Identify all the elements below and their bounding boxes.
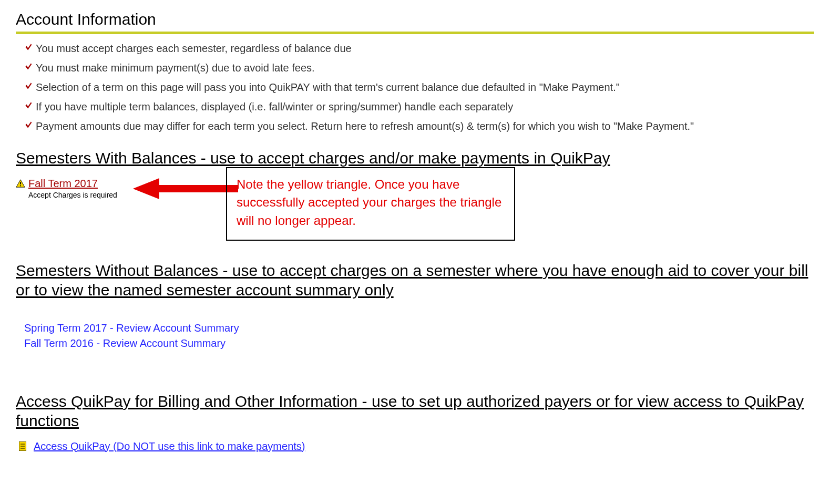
svg-rect-0 — [20, 182, 21, 184]
spring-2017-summary-link[interactable]: Spring Term 2017 - Review Account Summar… — [24, 322, 814, 334]
svg-rect-1 — [20, 186, 21, 187]
term-block: Fall Term 2017 Accept Charges is require… — [16, 178, 117, 199]
page-title: Account Information — [16, 11, 814, 28]
check-icon — [24, 120, 33, 129]
bullet-text: Selection of a term on this page will pa… — [36, 81, 620, 93]
info-bullet-list: You must accept charges each semester, r… — [16, 42, 814, 133]
annotation-note-box: Note the yellow triangle. Once you have … — [226, 167, 515, 241]
bullet-text: Payment amounts due may differ for each … — [36, 120, 694, 132]
arrow-left-icon — [133, 176, 238, 204]
info-bullet: Payment amounts due may differ for each … — [24, 119, 814, 133]
quikpay-row: Access QuikPay (Do NOT use this link to … — [19, 440, 814, 452]
access-quikpay-link[interactable]: Access QuikPay (Do NOT use this link to … — [34, 440, 305, 452]
fall-term-link[interactable]: Fall Term 2017 — [28, 178, 98, 190]
fall-2016-summary-link[interactable]: Fall Term 2016 - Review Account Summary — [24, 337, 814, 349]
section-heading-without-balances: Semesters Without Balances - use to acce… — [16, 261, 814, 300]
info-bullet: Selection of a term on this page will pa… — [24, 80, 814, 95]
history-links: Spring Term 2017 - Review Account Summar… — [24, 322, 814, 349]
bullet-text: If you have multiple term balances, disp… — [36, 101, 513, 112]
info-bullet: You must accept charges each semester, r… — [24, 42, 814, 56]
check-icon — [24, 62, 33, 70]
document-icon — [19, 441, 26, 451]
check-icon — [24, 101, 33, 109]
check-icon — [24, 81, 33, 90]
bullet-text: You must accept charges each semester, r… — [36, 43, 352, 54]
warning-triangle-icon — [16, 179, 25, 188]
svg-marker-3 — [133, 178, 159, 199]
term-with-balance-row: Fall Term 2017 Accept Charges is require… — [16, 178, 814, 246]
accept-charges-required-text: Accept Charges is required — [28, 191, 117, 199]
info-bullet: If you have multiple term balances, disp… — [24, 100, 814, 114]
term-line: Fall Term 2017 — [16, 178, 117, 190]
section-heading-with-balances: Semesters With Balances - use to accept … — [16, 148, 814, 168]
section-heading-quikpay: Access QuikPay for Billing and Other Inf… — [16, 392, 814, 431]
check-icon — [24, 43, 33, 51]
bullet-text: You must make minimum payment(s) due to … — [36, 62, 315, 74]
accent-rule — [16, 32, 814, 34]
info-bullet: You must make minimum payment(s) due to … — [24, 61, 814, 75]
